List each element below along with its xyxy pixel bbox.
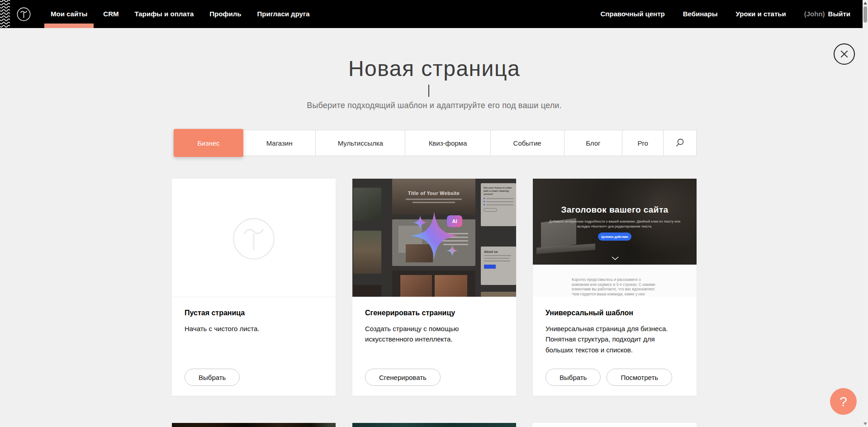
nav-item-my-sites[interactable]: Мои сайты [51, 0, 87, 28]
sparkle-icon [446, 245, 458, 256]
chevron-down-icon [612, 254, 619, 262]
ai-badge: AI [447, 215, 462, 227]
collage-photo [353, 285, 381, 297]
zigzag-pattern-icon [0, 0, 10, 28]
tab-blog[interactable]: Блог [564, 130, 623, 156]
text-placeholder [413, 202, 455, 203]
tilda-logo-icon[interactable] [17, 7, 31, 21]
collage-hero-tile: Title of Your Website [392, 179, 475, 215]
collage-photo [353, 231, 381, 274]
card-actions: Выбрать Посмотреть [545, 369, 672, 386]
user-logout[interactable]: (John)Выйти [804, 0, 850, 28]
template-hero-section: Заголовок вашего сайта Добавьте интересн… [533, 179, 697, 265]
logout-link[interactable]: Выйти [828, 10, 850, 18]
card-actions: Выбрать [185, 369, 240, 386]
next-cards-row [172, 423, 697, 427]
nav-item-webinars[interactable]: Вебинары [683, 0, 718, 28]
scrollbar-thumb[interactable] [863, 6, 867, 23]
collage-photo [353, 188, 381, 221]
text-placeholder [406, 199, 462, 200]
template-cards-grid: Пустая страница Начать с чистого листа. … [172, 179, 697, 396]
blank-template-preview[interactable] [172, 179, 336, 297]
partial-card[interactable] [533, 423, 697, 427]
nav-item-lessons[interactable]: Уроки и статьи [736, 0, 786, 28]
collage-about-heading: About us [484, 250, 513, 253]
tab-shop[interactable]: Магазин [243, 130, 316, 156]
template-card-universal: Заголовок вашего сайта Добавьте интересн… [533, 179, 697, 396]
card-title: Сгенерировать страницу [365, 309, 503, 317]
template-card-blank: Пустая страница Начать с чистого листа. … [172, 179, 336, 396]
tab-search[interactable] [664, 130, 696, 156]
collage-photo [481, 292, 516, 297]
card-description: Начать с чистого листа. [185, 323, 323, 334]
close-dialog-button[interactable] [834, 43, 855, 65]
nav-item-crm[interactable]: CRM [103, 0, 119, 28]
tab-pro[interactable]: Pro [622, 130, 664, 156]
tab-multilink[interactable]: Мультиссылка [316, 130, 405, 156]
search-icon [675, 138, 684, 147]
nav-item-help-center[interactable]: Справочный центр [600, 0, 664, 28]
choose-blank-button[interactable]: Выбрать [185, 369, 240, 386]
card-description: Универсальная страница для бизнеса. Поня… [545, 323, 684, 355]
collage-text-card: Get your house in order with a smart cle… [481, 183, 516, 226]
universal-template-preview[interactable]: Заголовок вашего сайта Добавьте интересн… [533, 179, 697, 297]
top-nav-bar: Мои сайты CRM Тарифы и оплата Профиль Пр… [0, 0, 863, 28]
scrollbar[interactable] [863, 0, 868, 427]
text-cursor [428, 85, 429, 97]
user-name: (John) [804, 10, 825, 18]
template-category-tabs: Бизнес Магазин Мультиссылка Квиз-форма С… [173, 130, 697, 156]
tab-event[interactable]: Событие [491, 130, 564, 156]
secondary-nav: Справочный центр Вебинары Уроки и статьи… [600, 0, 850, 28]
page-title: Новая страница [172, 56, 697, 81]
ai-template-preview[interactable]: Title of Your Website Get your house in … [352, 179, 516, 297]
collage-site-title: Title of Your Website [392, 190, 475, 196]
scrollbar-up-arrow[interactable] [863, 2, 867, 5]
partial-card[interactable] [172, 423, 336, 427]
template-body-text: Коротко представьтесь и расскажите о ком… [572, 277, 659, 297]
collage-gallery-tile [392, 270, 475, 297]
card-divider [172, 297, 336, 297]
tab-business[interactable]: Бизнес [174, 129, 243, 157]
collage-card-heading: Get your house in order with a smart cle… [484, 186, 513, 196]
card-description: Создать страницу с помощью искусственног… [365, 323, 503, 345]
nav-item-label: Мои сайты [51, 10, 87, 18]
template-card-ai: Title of Your Website Get your house in … [352, 179, 516, 396]
preview-universal-button[interactable]: Посмотреть [607, 369, 672, 386]
choose-universal-button[interactable]: Выбрать [545, 369, 601, 386]
scrollbar-down-arrow[interactable] [863, 422, 867, 425]
card-actions: Сгенерировать [365, 369, 441, 386]
page-subtitle: Выберите подходящий шаблон и адаптируйте… [172, 101, 697, 110]
nav-item-invite-friend[interactable]: Пригласи друга [257, 0, 309, 28]
nav-item-pricing[interactable]: Тарифы и оплата [134, 0, 194, 28]
generate-page-button[interactable]: Сгенерировать [365, 369, 441, 386]
nav-item-profile[interactable]: Профиль [209, 0, 241, 28]
tab-quiz-form[interactable]: Квиз-форма [405, 130, 491, 156]
partial-card[interactable] [352, 423, 516, 427]
main-nav: Мои сайты CRM Тарифы и оплата Профиль Пр… [51, 0, 310, 28]
card-title: Пустая страница [185, 309, 323, 317]
template-cta-button: Целевое действие [598, 232, 631, 241]
tilda-logo-watermark-icon [232, 217, 275, 261]
active-nav-underline [44, 24, 94, 28]
close-icon [835, 44, 854, 64]
card-title: Универсальный шаблон [545, 309, 684, 317]
help-chat-button[interactable]: ? [830, 388, 857, 415]
template-text-section: Коротко представьтесь и расскажите о ком… [533, 265, 697, 297]
collage-about-card: About us [481, 247, 516, 285]
template-hero-title: Заголовок вашего сайта [533, 205, 697, 215]
template-hero-subtitle: Добавьте интересные подробности о вашей … [546, 219, 683, 229]
